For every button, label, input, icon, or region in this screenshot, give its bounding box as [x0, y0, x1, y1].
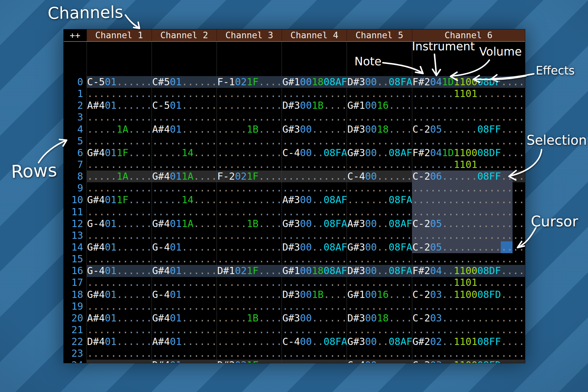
pattern-cell[interactable]: ...........: [347, 277, 412, 288]
pattern-cell[interactable]: ...........: [87, 277, 152, 288]
channel-add-button[interactable]: ++: [64, 29, 87, 41]
pattern-cell[interactable]: .....1A....: [87, 123, 152, 135]
pattern-cell[interactable]: ...................: [412, 182, 525, 194]
pattern-cell[interactable]: ...........: [87, 348, 152, 359]
pattern-cell[interactable]: ...........: [217, 159, 282, 171]
pattern-cell[interactable]: G#4011A....: [152, 171, 217, 182]
pattern-cell[interactable]: ...........: [217, 194, 282, 206]
pattern-cell[interactable]: ...........: [282, 159, 347, 171]
pattern-cell[interactable]: ...........: [347, 324, 412, 336]
pattern-cell[interactable]: ...........: [217, 241, 282, 253]
pattern-cell[interactable]: ...........: [87, 135, 152, 147]
pattern-cell[interactable]: ...........: [347, 348, 412, 359]
pattern-cell[interactable]: ...........: [217, 147, 282, 159]
pattern-cell[interactable]: ...........: [217, 206, 282, 218]
pattern-cell[interactable]: .....14....: [152, 147, 217, 159]
pattern-cell[interactable]: C-205......08FF....: [412, 123, 525, 135]
pattern-cell[interactable]: ...........: [282, 171, 347, 182]
pattern-cell[interactable]: C-205..............: [412, 218, 525, 230]
pattern-cell[interactable]: .....1B....: [217, 123, 282, 135]
pattern-cell[interactable]: ...........: [87, 159, 152, 171]
pattern-cell[interactable]: F#2041D110008DF....: [412, 147, 525, 159]
pattern-cell[interactable]: G#300..08AF: [347, 336, 412, 348]
pattern-cell[interactable]: ...........: [152, 135, 217, 147]
pattern-cell[interactable]: ...........: [282, 277, 347, 288]
channel-header[interactable]: Channel 3: [217, 29, 282, 41]
pattern-cell[interactable]: ...........: [347, 159, 412, 171]
pattern-cell[interactable]: .......1101........: [412, 88, 525, 100]
channel-header[interactable]: Channel 1: [87, 29, 152, 41]
pattern-cell[interactable]: ...........: [152, 348, 217, 359]
pattern-cell[interactable]: D#300..08FA: [347, 265, 412, 277]
pattern-cell[interactable]: ...........: [282, 253, 347, 265]
pattern-cell[interactable]: ...........: [87, 253, 152, 265]
pattern-cell[interactable]: ...........: [282, 324, 347, 336]
pattern-cell[interactable]: D#1021F....: [217, 265, 282, 277]
pattern-cell[interactable]: ...........: [347, 301, 412, 312]
pattern-cell[interactable]: .....1B....: [217, 218, 282, 230]
pattern-cell[interactable]: ...................: [412, 348, 525, 359]
pattern-cell[interactable]: G#300......: [282, 312, 347, 324]
pattern-cell[interactable]: ...........: [347, 135, 412, 147]
pattern-cell[interactable]: G#401......: [152, 312, 217, 324]
pattern-cell[interactable]: G#300..08FA: [347, 241, 412, 253]
pattern-cell[interactable]: ...........: [217, 301, 282, 312]
pattern-cell[interactable]: ...........: [152, 182, 217, 194]
pattern-cell[interactable]: ...........: [152, 206, 217, 218]
pattern-cell[interactable]: ...................: [412, 253, 525, 265]
pattern-cell[interactable]: .......1101........: [412, 159, 525, 171]
pattern-cell[interactable]: ...........: [217, 277, 282, 288]
pattern-cell[interactable]: ...........: [152, 230, 217, 241]
pattern-cell[interactable]: D#30018....: [347, 123, 412, 135]
pattern-cell[interactable]: G#401......: [87, 289, 152, 301]
pattern-cell[interactable]: ...........: [152, 111, 217, 123]
pattern-cell[interactable]: ...........: [282, 135, 347, 147]
pattern-cell[interactable]: C-400..08FA: [282, 147, 347, 159]
pattern-cell[interactable]: G#401......: [87, 241, 152, 253]
pattern-cell[interactable]: C-206......08FF....: [412, 171, 525, 182]
pattern-cell[interactable]: A#401......: [87, 100, 152, 111]
pattern-cell[interactable]: G#1001808AF: [282, 76, 347, 88]
pattern-cell[interactable]: ...........: [282, 88, 347, 100]
pattern-cell[interactable]: ...........: [217, 100, 282, 111]
pattern-cell[interactable]: G#4011F....: [87, 147, 152, 159]
pattern-cell[interactable]: ...........: [217, 253, 282, 265]
pattern-cell[interactable]: ...........: [152, 301, 217, 312]
pattern-cell[interactable]: C-203..............: [412, 312, 525, 324]
pattern-cell[interactable]: ...................: [412, 111, 525, 123]
pattern-cell[interactable]: ...........: [217, 111, 282, 123]
pattern-cell[interactable]: ...........: [87, 111, 152, 123]
pattern-cell[interactable]: .....1B....: [217, 312, 282, 324]
pattern-cell[interactable]: ...........: [282, 230, 347, 241]
pattern-cell[interactable]: A#401......: [152, 336, 217, 348]
channel-header[interactable]: Channel 4: [282, 29, 347, 41]
pattern-cell[interactable]: ...........: [217, 289, 282, 301]
pattern-cell[interactable]: ...........: [217, 336, 282, 348]
pattern-cell[interactable]: G#10016....: [347, 289, 412, 301]
pattern-cell[interactable]: ...........: [87, 359, 152, 363]
pattern-cell[interactable]: G#202..110108FF....: [412, 336, 525, 348]
channel-header[interactable]: Channel 5: [347, 29, 412, 41]
pattern-cell[interactable]: D#300..08FA: [347, 76, 412, 88]
pattern-cell[interactable]: G#10016....: [347, 100, 412, 111]
channel-header[interactable]: Channel 6: [412, 29, 525, 41]
pattern-cell[interactable]: D#3001B....: [282, 100, 347, 111]
pattern-cell[interactable]: C-400......: [347, 171, 412, 182]
pattern-cell[interactable]: D#300..08AF: [282, 241, 347, 253]
pattern-cell[interactable]: .....1A....: [87, 171, 152, 182]
pattern-cell[interactable]: C-303..110008FD....: [412, 359, 525, 363]
pattern-cell[interactable]: ...........: [87, 88, 152, 100]
pattern-cell[interactable]: ...........: [282, 111, 347, 123]
pattern-cell[interactable]: ...................: [412, 194, 525, 206]
pattern-cell[interactable]: G#300..08FA: [282, 218, 347, 230]
pattern-cell[interactable]: F-1021F....: [217, 76, 282, 88]
pattern-cell[interactable]: F#2041D110008DF....: [412, 76, 525, 88]
pattern-cell[interactable]: ...........: [282, 348, 347, 359]
pattern-cell[interactable]: ...........: [217, 324, 282, 336]
pattern-cell[interactable]: G-401......: [87, 265, 152, 277]
pattern-cell[interactable]: D#30018....: [347, 312, 412, 324]
pattern-cell[interactable]: .....14....: [152, 194, 217, 206]
pattern-cell[interactable]: C-203..110008FD....: [412, 289, 525, 301]
pattern-cell[interactable]: D#3001B....: [282, 289, 347, 301]
pattern-cell[interactable]: ...........: [217, 88, 282, 100]
